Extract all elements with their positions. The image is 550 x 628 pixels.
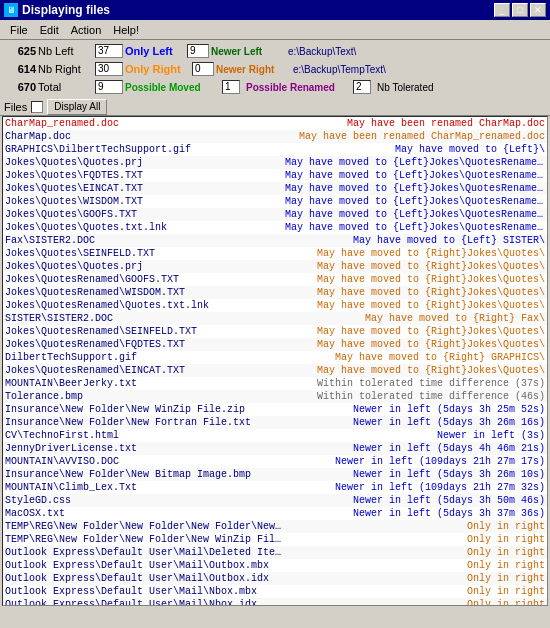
- stats-row-3: 670 Total 9 Possible Moved 1 Possible Re…: [4, 78, 546, 96]
- list-item[interactable]: Jokes\Quotes\Quotes.prjMay have moved to…: [3, 260, 547, 273]
- file-status: Only in right: [285, 521, 545, 532]
- stat-possible-moved-val: 1: [222, 80, 240, 94]
- file-name: Jokes\QuotesRenamed\GOOFS.TXT: [5, 274, 285, 285]
- file-name: Insurance\New Folder\New WinZip File.zip: [5, 404, 285, 415]
- stat-newer-right-path: e:\Backup\TempText\: [293, 64, 386, 75]
- list-item[interactable]: Jokes\QuotesRenamed\FQDTES.TXTMay have m…: [3, 338, 547, 351]
- stat-total-label: Total: [38, 81, 93, 93]
- file-name: Jokes\Quotes\Quotes.txt.lnk: [5, 222, 285, 233]
- menu-file[interactable]: File: [4, 23, 34, 37]
- list-item[interactable]: Jokes\QuotesRenamed\WISDOM.TXTMay have m…: [3, 286, 547, 299]
- file-name: Jokes\Quotes\SEINFELD.TXT: [5, 248, 285, 259]
- list-item[interactable]: Jokes\Quotes\FQDTES.TXTMay have moved to…: [3, 169, 547, 182]
- file-name: Jokes\QuotesRenamed\EINCAT.TXT: [5, 365, 285, 376]
- file-status: May have moved to {Left}Jokes\QuotesRena…: [285, 157, 545, 168]
- list-item[interactable]: Fax\SISTER2.DOCMay have moved to {Left} …: [3, 234, 547, 247]
- file-status: May have moved to {Right}Jokes\Quotes\: [285, 339, 545, 350]
- file-status: May have moved to {Right} Fax\: [285, 313, 545, 324]
- menu-action[interactable]: Action: [65, 23, 108, 37]
- list-item[interactable]: CharMap.docMay have been renamed CharMap…: [3, 130, 547, 143]
- list-item[interactable]: Outlook Express\Default User\Mail\Delete…: [3, 546, 547, 559]
- file-status: Within tolerated time difference (46s): [285, 391, 545, 402]
- file-status: Only in right: [285, 599, 545, 606]
- list-item[interactable]: Jokes\Quotes\GOOFS.TXTMay have moved to …: [3, 208, 547, 221]
- list-item[interactable]: TEMP\REG\New Folder\New Folder\New Folde…: [3, 520, 547, 533]
- file-status: May have moved to {Left}Jokes\QuotesRena…: [285, 209, 545, 220]
- stats-row-2: 614 Nb Right 30 Only Right 0 Newer Right…: [4, 60, 546, 78]
- file-status: May have moved to {Left}Jokes\QuotesRena…: [285, 196, 545, 207]
- list-item[interactable]: Insurance\New Folder\New WinZip File.zip…: [3, 403, 547, 416]
- file-status: Newer in left (5days 3h 25m 52s): [285, 404, 545, 415]
- file-name: Fax\SISTER2.DOC: [5, 235, 285, 246]
- file-status: May have moved to {Left}Jokes\QuotesRena…: [285, 222, 545, 233]
- list-item[interactable]: SISTER\SISTER2.DOCMay have moved to {Rig…: [3, 312, 547, 325]
- list-item[interactable]: Jokes\QuotesRenamed\SEINFELD.TXTMay have…: [3, 325, 547, 338]
- stat-num-3: 670: [4, 81, 36, 93]
- list-item[interactable]: Insurance\New Folder\New Fortran File.tx…: [3, 416, 547, 429]
- file-name: GRAPHICS\DilbertTechSupport.gif: [5, 144, 285, 155]
- file-status: May have moved to {Left} SISTER\: [285, 235, 545, 246]
- list-item[interactable]: Outlook Express\Default User\Mail\Outbox…: [3, 572, 547, 585]
- stat-num-2: 614: [4, 63, 36, 75]
- file-status: May have moved to {Right} GRAPHICS\: [285, 352, 545, 363]
- file-name: TEMP\REG\New Folder\New Folder\New Folde…: [5, 521, 285, 532]
- file-status: Newer in left (5days 3h 37m 36s): [285, 508, 545, 519]
- list-item[interactable]: Jokes\Quotes\WISDOM.TXTMay have moved to…: [3, 195, 547, 208]
- file-name: CharMap.doc: [5, 131, 285, 142]
- list-item[interactable]: CV\TechnoFirst.htmlNewer in left (3s): [3, 429, 547, 442]
- list-item[interactable]: MOUNTAIN\AVVISO.DOCNewer in left (109day…: [3, 455, 547, 468]
- stats-area: 625 Nb Left 37 Only Left 9 Newer Left e:…: [0, 40, 550, 98]
- list-item[interactable]: MOUNTAIN\BeerJerky.txtWithin tolerated t…: [3, 377, 547, 390]
- file-name: MacOSX.txt: [5, 508, 285, 519]
- list-item[interactable]: Jokes\QuotesRenamed\GOOFS.TXTMay have mo…: [3, 273, 547, 286]
- file-status: May have moved to {Right}Jokes\Quotes\: [285, 365, 545, 376]
- list-item[interactable]: TEMP\REG\New Folder\New Folder\New WinZi…: [3, 533, 547, 546]
- file-status: Newer in left (109days 21h 27m 32s): [285, 482, 545, 493]
- maximize-button[interactable]: □: [512, 3, 528, 17]
- file-name: Jokes\QuotesRenamed\WISDOM.TXT: [5, 287, 285, 298]
- list-item[interactable]: Jokes\Quotes\Quotes.txt.lnkMay have move…: [3, 221, 547, 234]
- list-item[interactable]: Outlook Express\Default User\Mail\Nbox.m…: [3, 585, 547, 598]
- file-name: Jokes\QuotesRenamed\Quotes.txt.lnk: [5, 300, 285, 311]
- list-item[interactable]: Jokes\Quotes\EINCAT.TXTMay have moved to…: [3, 182, 547, 195]
- list-item[interactable]: Jokes\Quotes\Quotes.prjMay have moved to…: [3, 156, 547, 169]
- list-item[interactable]: Jokes\QuotesRenamed\Quotes.txt.lnkMay ha…: [3, 299, 547, 312]
- files-label: Files: [4, 101, 27, 113]
- stat-possible-moved: Possible Moved: [125, 82, 220, 93]
- file-name: Jokes\QuotesRenamed\SEINFELD.TXT: [5, 326, 285, 337]
- list-item[interactable]: GRAPHICS\DilbertTechSupport.gifMay have …: [3, 143, 547, 156]
- close-button[interactable]: ✕: [530, 3, 546, 17]
- stat-num-1: 625: [4, 45, 36, 57]
- file-name: StyleGD.css: [5, 495, 285, 506]
- file-status: May have moved to {Right}Jokes\Quotes\: [285, 287, 545, 298]
- list-item[interactable]: Outlook Express\Default User\Mail\Nbox.i…: [3, 598, 547, 606]
- title-buttons: _ □ ✕: [494, 3, 546, 17]
- list-item[interactable]: Jokes\QuotesRenamed\EINCAT.TXTMay have m…: [3, 364, 547, 377]
- list-item[interactable]: DilbertTechSupport.gifMay have moved to …: [3, 351, 547, 364]
- list-item[interactable]: Jokes\Quotes\SEINFELD.TXTMay have moved …: [3, 247, 547, 260]
- list-item[interactable]: JennyDriverLicense.txtNewer in left (5da…: [3, 442, 547, 455]
- list-item[interactable]: StyleGD.cssNewer in left (5days 3h 50m 4…: [3, 494, 547, 507]
- list-item[interactable]: MacOSX.txtNewer in left (5days 3h 37m 36…: [3, 507, 547, 520]
- list-item[interactable]: Insurance\New Folder\New Bitmap Image.bm…: [3, 468, 547, 481]
- file-status: May have moved to {Right}Jokes\Quotes\: [285, 274, 545, 285]
- file-name: Jokes\Quotes\WISDOM.TXT: [5, 196, 285, 207]
- file-status: Newer in left (5days 3h 50m 46s): [285, 495, 545, 506]
- file-list[interactable]: CharMap_renamed.docMay have been renamed…: [2, 116, 548, 606]
- menu-edit[interactable]: Edit: [34, 23, 65, 37]
- list-item[interactable]: Tolerance.bmpWithin tolerated time diffe…: [3, 390, 547, 403]
- minimize-button[interactable]: _: [494, 3, 510, 17]
- file-name: MOUNTAIN\BeerJerky.txt: [5, 378, 285, 389]
- file-status: May have moved to {Left}Jokes\QuotesRena…: [285, 170, 545, 181]
- file-name: Tolerance.bmp: [5, 391, 285, 402]
- display-all-button[interactable]: Display All: [47, 99, 107, 115]
- list-item[interactable]: MOUNTAIN\Climb_Lex.TxtNewer in left (109…: [3, 481, 547, 494]
- app-icon: 🖥: [4, 3, 18, 17]
- display-all-checkbox[interactable]: [31, 101, 43, 113]
- file-name: Jokes\Quotes\EINCAT.TXT: [5, 183, 285, 194]
- files-bar: Files Display All: [0, 98, 550, 116]
- list-item[interactable]: Outlook Express\Default User\Mail\Outbox…: [3, 559, 547, 572]
- list-item[interactable]: CharMap_renamed.docMay have been renamed…: [3, 117, 547, 130]
- file-name: TEMP\REG\New Folder\New Folder\New WinZi…: [5, 534, 285, 545]
- menu-help[interactable]: Help!: [107, 23, 145, 37]
